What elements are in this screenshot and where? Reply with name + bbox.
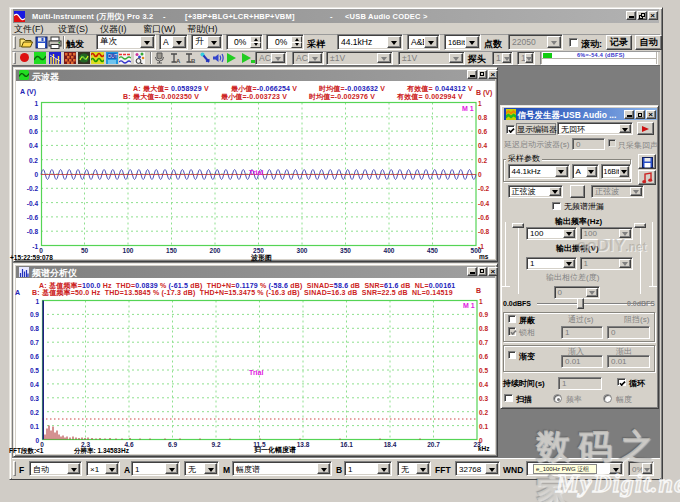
svg-text:A: A [176,58,181,64]
svg-text:DUT: DUT [108,54,117,59]
svg-text:B: B [191,58,196,64]
